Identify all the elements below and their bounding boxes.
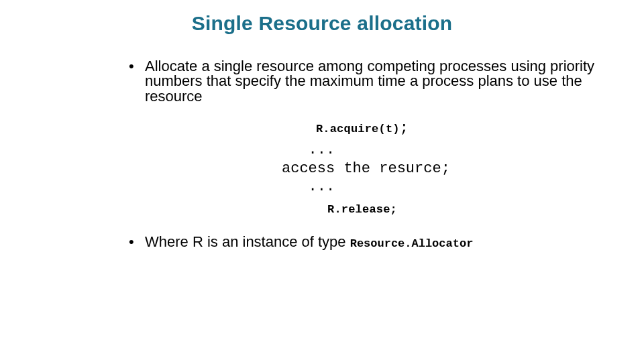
code-acquire-line: R.acquire(t); — [127, 120, 597, 137]
code-acquire: R.acquire(t) — [316, 123, 400, 135]
bullet-item: Where R is an instance of type Resource.… — [127, 235, 597, 249]
code-acquire-semicolon: ; — [400, 120, 409, 137]
bullet-item: Allocate a single resource among competi… — [127, 59, 597, 104]
code-release-line: R.release; — [127, 203, 597, 216]
code-access-block: ... access the resurce; ... — [282, 141, 597, 196]
bullet-2-text: Where R is an instance of type — [145, 233, 350, 250]
slide: Single Resource allocation Allocate a si… — [0, 0, 644, 362]
slide-body: Allocate a single resource among competi… — [127, 59, 597, 265]
slide-title: Single Resource allocation — [0, 12, 644, 35]
inline-code-type: Resource.Allocator — [350, 237, 474, 250]
bullet-list: Allocate a single resource among competi… — [127, 59, 597, 104]
bullet-list-2: Where R is an instance of type Resource.… — [127, 235, 597, 249]
